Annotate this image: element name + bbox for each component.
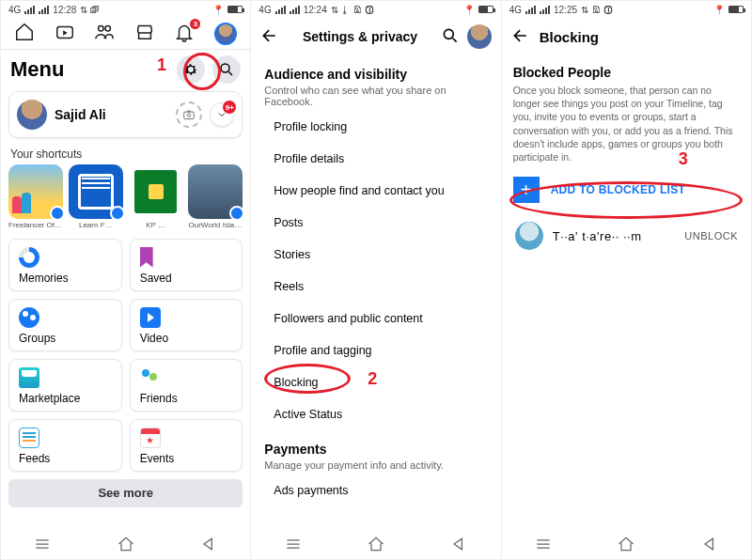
tab-marketplace[interactable]: [134, 22, 155, 45]
setting-profile-tagging[interactable]: Profile and tagging: [251, 334, 500, 366]
item-label: Blocking: [274, 376, 318, 389]
settings-list: Profile locking Profile details How peop…: [251, 107, 500, 430]
profile-more-button[interactable]: 9+: [210, 102, 234, 127]
signal-icon: [275, 6, 286, 14]
section-title: Audience and visibility: [264, 67, 487, 82]
shortcut-item[interactable]: OurWorld Islam…: [188, 164, 243, 229]
tile-memories[interactable]: Memories: [8, 239, 122, 291]
menu-header: Menu: [1, 50, 250, 86]
shortcut-item[interactable]: Freelancer Of Upwork Fiv…: [8, 164, 63, 229]
profile-name: Sajid Ali: [55, 107, 168, 122]
status-icons: ⇅ 🖻 ⏼: [581, 5, 613, 15]
shortcut-label: OurWorld Islam…: [188, 221, 243, 229]
statusbar: 4G 12:24 ⇅ ⭳ 🖻 ⏼ 📍: [251, 1, 500, 18]
tile-video[interactable]: Video: [130, 299, 243, 351]
memories-icon: [19, 247, 39, 268]
tile-label: Video: [140, 332, 233, 345]
group-badge-icon: [50, 206, 63, 221]
item-label: Followers and public content: [274, 312, 422, 325]
profile-card[interactable]: Sajid Ali 9+: [8, 91, 243, 138]
shortcut-item[interactable]: Learn F…: [69, 164, 123, 229]
tab-video[interactable]: [55, 22, 75, 45]
setting-profile-details[interactable]: Profile details: [251, 143, 500, 175]
system-nav-bar: [502, 531, 751, 559]
home-nav-icon: [617, 535, 635, 553]
marketplace-tile-icon: [19, 367, 39, 388]
see-more-button[interactable]: See more: [8, 479, 243, 507]
settings-button[interactable]: [177, 55, 205, 84]
tile-label: Saved: [140, 272, 233, 285]
tile-saved[interactable]: Saved: [130, 239, 243, 291]
svg-point-2: [105, 26, 111, 31]
groups-icon: [19, 307, 39, 328]
story-button[interactable]: [176, 101, 202, 128]
shortcut-item[interactable]: KP …: [129, 164, 183, 229]
home-nav-icon: [367, 535, 385, 553]
tab-friends[interactable]: [94, 22, 115, 45]
search-button[interactable]: [212, 55, 241, 84]
back-button[interactable]: [260, 26, 279, 48]
search-button[interactable]: [441, 26, 460, 48]
setting-ads-payments[interactable]: Ads payments: [251, 474, 500, 506]
clock: 12:25: [554, 5, 577, 15]
avatar: [17, 100, 47, 130]
recents-icon: [534, 535, 553, 553]
status-icons: ⇅ 🗊: [80, 5, 100, 15]
arrow-left-icon: [511, 26, 530, 45]
home-button[interactable]: [367, 535, 385, 556]
video-icon: [140, 307, 161, 328]
signal-icon: [39, 6, 49, 14]
back-button[interactable]: [449, 535, 468, 556]
tile-friends[interactable]: Friends: [130, 359, 243, 412]
unblock-label: UNBLOCK: [684, 230, 738, 241]
setting-reels[interactable]: Reels: [251, 271, 500, 303]
events-icon: [140, 428, 161, 448]
avatar: [515, 222, 543, 250]
recents-button[interactable]: [534, 535, 553, 556]
tile-feeds[interactable]: Feeds: [8, 419, 122, 472]
section-description: Manage your payment info and activity.: [264, 459, 487, 471]
tab-home[interactable]: [14, 22, 35, 45]
item-label: Active Status: [274, 408, 342, 421]
back-button[interactable]: [700, 535, 719, 556]
avatar[interactable]: [467, 24, 492, 49]
home-button[interactable]: [617, 535, 635, 556]
system-nav-bar: [251, 531, 500, 559]
setting-stories[interactable]: Stories: [251, 239, 500, 271]
item-label: Reels: [274, 280, 304, 293]
tab-menu[interactable]: [214, 23, 237, 45]
setting-active-status[interactable]: Active Status: [251, 398, 500, 430]
battery-icon: [478, 6, 494, 13]
section-description: Once you block someone, that person can …: [513, 84, 740, 163]
setting-posts[interactable]: Posts: [251, 207, 500, 239]
camera-icon: [182, 108, 196, 121]
app-bar: Blocking: [502, 18, 751, 55]
item-label: Ads payments: [274, 484, 348, 497]
setting-how-people-find[interactable]: How people find and contact you: [251, 175, 500, 207]
appbar-title: Settings & privacy: [287, 29, 432, 44]
shortcut-image: [188, 164, 243, 219]
back-button[interactable]: [199, 535, 218, 556]
recents-icon: [33, 535, 52, 553]
shortcut-label: KP …: [146, 221, 165, 229]
tile-events[interactable]: Events: [130, 419, 243, 472]
tab-notifications[interactable]: 3: [174, 22, 195, 45]
setting-profile-locking[interactable]: Profile locking: [251, 111, 500, 143]
section-title: Payments: [264, 442, 487, 457]
tile-groups[interactable]: Groups: [8, 299, 122, 351]
item-label: Profile locking: [274, 120, 347, 133]
back-button[interactable]: [511, 26, 530, 48]
recents-button[interactable]: [33, 535, 52, 556]
add-to-blocked-button[interactable]: + ADD TO BLOCKED LIST: [502, 163, 751, 212]
svg-point-1: [99, 26, 104, 31]
setting-blocking[interactable]: Blocking: [251, 366, 500, 398]
home-button[interactable]: [117, 535, 135, 556]
unblock-button[interactable]: UNBLOCK: [684, 230, 738, 241]
item-label: Posts: [274, 216, 303, 229]
screen-menu: 4G 12:28 ⇅ 🗊 📍 3 Menu: [1, 1, 250, 559]
recents-button[interactable]: [284, 535, 303, 556]
blocked-person-row: T··a' t·a're·· ··m UNBLOCK: [502, 212, 751, 259]
add-to-blocked-label: ADD TO BLOCKED LIST: [551, 183, 685, 196]
setting-followers[interactable]: Followers and public content: [251, 303, 500, 334]
tile-marketplace[interactable]: Marketplace: [8, 359, 122, 412]
